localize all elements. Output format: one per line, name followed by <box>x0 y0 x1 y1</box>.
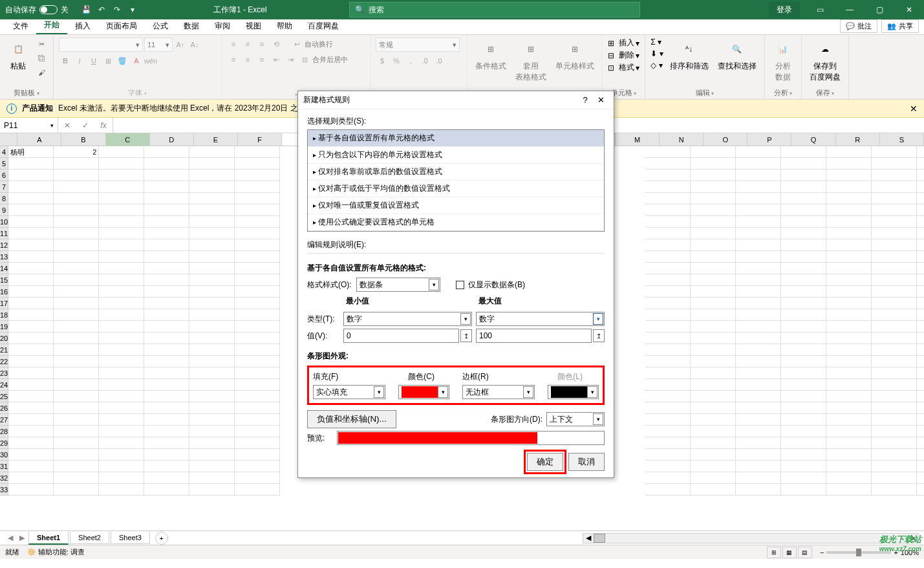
cell[interactable] <box>872 437 917 449</box>
font-size-select[interactable]: 11▾ <box>144 38 173 52</box>
cell[interactable] <box>54 228 99 239</box>
insert-cells-icon[interactable]: ⊞ <box>608 39 614 48</box>
cell[interactable] <box>872 146 917 158</box>
decrease-font-icon[interactable]: A↓ <box>188 38 201 51</box>
percent-icon[interactable]: % <box>390 54 403 67</box>
cell[interactable] <box>144 472 189 484</box>
cell[interactable] <box>99 239 144 251</box>
redo-icon[interactable]: ↷ <box>111 4 123 16</box>
cell[interactable] <box>189 437 235 449</box>
cell[interactable] <box>235 309 280 321</box>
cell[interactable] <box>235 274 280 286</box>
cell[interactable] <box>235 344 280 356</box>
cell[interactable] <box>144 216 189 228</box>
font-family-select[interactable]: ▾ <box>59 38 143 52</box>
cell[interactable] <box>826 228 872 239</box>
cell[interactable] <box>872 379 917 391</box>
cell[interactable] <box>917 309 924 321</box>
cell[interactable] <box>235 437 280 449</box>
tab-data[interactable]: 数据 <box>176 18 207 34</box>
cell[interactable] <box>189 251 235 263</box>
cell[interactable] <box>54 344 99 356</box>
cell[interactable] <box>691 379 736 391</box>
row-header[interactable]: 25 <box>0 391 8 402</box>
cell[interactable]: 2 <box>54 146 99 158</box>
format-cells-icon[interactable]: ⊡ <box>608 63 614 72</box>
delete-cells-icon[interactable]: ⊟ <box>608 51 614 60</box>
cell[interactable] <box>781 286 826 298</box>
cell[interactable] <box>826 239 872 251</box>
cell[interactable] <box>235 426 280 437</box>
cell[interactable] <box>872 414 917 426</box>
cell[interactable] <box>917 286 924 298</box>
cell[interactable] <box>54 367 99 379</box>
cell[interactable] <box>99 158 144 169</box>
cell[interactable] <box>54 239 99 251</box>
cell[interactable] <box>8 158 54 169</box>
cell[interactable] <box>872 356 917 367</box>
cell[interactable] <box>54 449 99 461</box>
cell[interactable] <box>54 263 99 274</box>
row-header[interactable]: 17 <box>0 298 8 309</box>
view-page-break-icon[interactable]: ▤ <box>798 547 812 558</box>
cell[interactable] <box>8 309 54 321</box>
cell[interactable] <box>917 379 924 391</box>
cell[interactable] <box>781 484 826 496</box>
cell[interactable] <box>691 333 736 344</box>
cell[interactable] <box>189 379 235 391</box>
cell[interactable] <box>872 472 917 484</box>
cell[interactable] <box>826 449 872 461</box>
cell[interactable] <box>144 484 189 496</box>
cell[interactable] <box>872 449 917 461</box>
cell[interactable] <box>781 461 826 472</box>
cell[interactable] <box>189 449 235 461</box>
cell[interactable] <box>99 216 144 228</box>
cell[interactable] <box>736 484 781 496</box>
show-bar-only-checkbox[interactable] <box>456 281 464 289</box>
cell[interactable] <box>781 321 826 333</box>
number-format-select[interactable]: 常规▾ <box>376 38 460 52</box>
cell[interactable] <box>144 263 189 274</box>
align-top-icon[interactable]: ≡ <box>227 38 240 50</box>
cell[interactable] <box>917 274 924 286</box>
cell[interactable] <box>99 379 144 391</box>
cell[interactable] <box>645 449 691 461</box>
cell[interactable] <box>235 367 280 379</box>
cell[interactable] <box>54 204 99 216</box>
cell[interactable] <box>144 414 189 426</box>
fill-color-select[interactable]: ▾ <box>398 385 449 399</box>
cell[interactable] <box>8 356 54 367</box>
cell[interactable] <box>691 367 736 379</box>
cell[interactable] <box>736 402 781 414</box>
cell[interactable] <box>917 146 924 158</box>
cell[interactable] <box>8 251 54 263</box>
cell[interactable] <box>781 414 826 426</box>
cell[interactable] <box>144 367 189 379</box>
row-header[interactable]: 19 <box>0 321 8 333</box>
cell[interactable] <box>144 379 189 391</box>
cell[interactable] <box>8 391 54 402</box>
cell[interactable] <box>235 216 280 228</box>
cell[interactable] <box>99 484 144 496</box>
cell[interactable] <box>917 367 924 379</box>
col-header[interactable]: S <box>880 133 924 146</box>
add-sheet-icon[interactable]: + <box>155 532 168 545</box>
cell[interactable] <box>235 239 280 251</box>
cell[interactable] <box>736 344 781 356</box>
cell[interactable] <box>144 251 189 263</box>
cell[interactable] <box>99 181 144 193</box>
tab-review[interactable]: 审阅 <box>207 18 238 34</box>
cell[interactable] <box>235 333 280 344</box>
col-header[interactable]: M <box>616 133 660 146</box>
cell[interactable] <box>189 193 235 204</box>
col-header[interactable]: O <box>704 133 747 146</box>
cut-icon[interactable]: ✂ <box>35 38 48 50</box>
format-style-select[interactable]: 数据条▾ <box>356 278 440 292</box>
cell[interactable] <box>645 239 691 251</box>
cell[interactable] <box>645 204 691 216</box>
cell[interactable] <box>781 391 826 402</box>
share-button[interactable]: 👥共享 <box>881 19 919 33</box>
cell[interactable] <box>872 333 917 344</box>
cell[interactable] <box>917 333 924 344</box>
cell[interactable] <box>189 367 235 379</box>
